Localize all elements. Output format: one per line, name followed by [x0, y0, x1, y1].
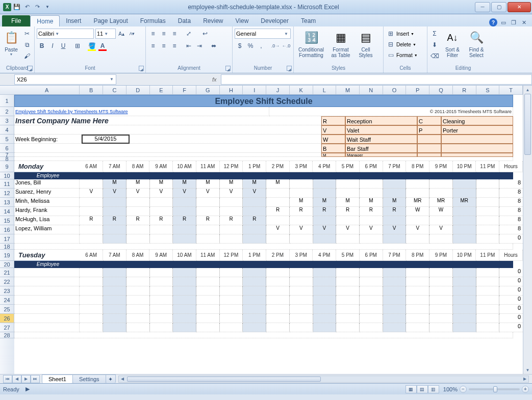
sheet-nav-prev-icon[interactable]: ◀ [12, 375, 21, 383]
redo-icon[interactable]: ↷ [33, 3, 42, 12]
shift-cell[interactable]: M [290, 198, 313, 207]
shift-cell[interactable] [313, 189, 337, 198]
shift-cell[interactable] [360, 234, 383, 244]
close-button[interactable]: ✕ [508, 2, 531, 12]
shift-cell[interactable]: W [406, 207, 429, 216]
shift-cell[interactable] [290, 296, 313, 305]
restore-window-icon[interactable]: ❐ [510, 18, 518, 26]
row-header[interactable]: 20 [0, 261, 14, 268]
shift-cell[interactable] [103, 225, 126, 234]
employee-name[interactable] [14, 296, 80, 305]
row-header[interactable]: 5 [0, 135, 14, 144]
tab-page-layout[interactable]: Page Layout [87, 15, 134, 26]
shift-cell[interactable] [126, 296, 150, 305]
shift-cell[interactable] [243, 314, 266, 323]
shift-cell[interactable] [220, 286, 243, 296]
undo-icon[interactable]: ↶ [22, 3, 32, 12]
row-header[interactable]: 13 [0, 198, 14, 207]
shift-cell[interactable] [406, 305, 429, 314]
shift-cell[interactable] [453, 305, 476, 314]
shift-cell[interactable] [476, 189, 500, 198]
shift-cell[interactable] [173, 323, 196, 332]
font-name-combo[interactable]: Calibri▼ [37, 29, 94, 39]
legend-code[interactable]: V [321, 125, 345, 135]
shift-cell[interactable] [126, 225, 150, 234]
orientation-icon[interactable]: ⤢ [184, 29, 194, 39]
scroll-right-icon[interactable]: ▶ [521, 376, 528, 382]
shift-cell[interactable] [429, 268, 453, 277]
shift-cell[interactable] [290, 179, 313, 189]
name-box[interactable]: X26▼ [14, 74, 116, 85]
help-icon[interactable]: ? [489, 18, 497, 26]
row-header[interactable]: 3 [0, 116, 14, 125]
shift-cell[interactable] [103, 286, 126, 296]
scroll-left-icon[interactable]: ◀ [119, 376, 126, 382]
shift-cell[interactable]: V [220, 189, 243, 198]
shift-cell[interactable] [313, 323, 337, 332]
shift-cell[interactable] [80, 277, 103, 286]
row-header[interactable]: 14 [0, 207, 14, 216]
sheet-nav-last-icon[interactable]: ⏭ [31, 375, 40, 383]
shift-cell[interactable] [243, 207, 266, 216]
shift-cell[interactable] [150, 305, 173, 314]
shift-cell[interactable] [173, 296, 196, 305]
delete-cells-button[interactable]: ⊟Delete▼ [386, 39, 416, 49]
sheet-nav-next-icon[interactable]: ▶ [21, 375, 31, 383]
column-header[interactable]: O [383, 86, 407, 94]
font-size-combo[interactable]: 11▼ [95, 29, 116, 39]
shift-cell[interactable] [220, 314, 243, 323]
shift-cell[interactable] [429, 296, 453, 305]
font-color-icon[interactable]: A [97, 41, 108, 51]
close-workbook-icon[interactable]: ✕ [520, 18, 528, 26]
shift-cell[interactable] [383, 296, 407, 305]
shift-cell[interactable] [173, 314, 196, 323]
align-middle-icon[interactable]: ≡ [159, 29, 169, 39]
shift-cell[interactable] [103, 234, 126, 244]
shift-cell[interactable] [196, 305, 220, 314]
shift-cell[interactable] [383, 216, 407, 225]
shift-cell[interactable] [383, 305, 407, 314]
shift-cell[interactable] [220, 234, 243, 244]
shift-cell[interactable]: M [336, 198, 360, 207]
shift-cell[interactable] [429, 216, 453, 225]
shift-cell[interactable] [80, 225, 103, 234]
dialog-launcher-icon[interactable]: ◢ [287, 66, 292, 71]
row-header[interactable]: 22 [0, 277, 14, 286]
shift-cell[interactable] [220, 225, 243, 234]
legend-desc[interactable]: Valet [345, 125, 417, 135]
week-beginning-date[interactable]: 5/4/2015 [82, 135, 130, 144]
shift-cell[interactable] [476, 225, 500, 234]
shift-cell[interactable] [266, 198, 290, 207]
shift-cell[interactable] [290, 323, 313, 332]
shift-cell[interactable] [476, 286, 500, 296]
shift-cell[interactable] [150, 225, 173, 234]
shift-cell[interactable]: MR [429, 198, 453, 207]
shift-cell[interactable] [150, 314, 173, 323]
shift-cell[interactable] [150, 207, 173, 216]
shift-cell[interactable] [150, 234, 173, 244]
cell-styles-button[interactable]: ▤Cell Styles [355, 29, 376, 59]
shift-cell[interactable] [406, 286, 429, 296]
shift-cell[interactable] [383, 277, 407, 286]
row-header[interactable]: 16 [0, 225, 14, 234]
shift-cell[interactable] [80, 207, 103, 216]
shift-cell[interactable] [313, 286, 337, 296]
shift-cell[interactable] [290, 305, 313, 314]
shift-cell[interactable] [290, 189, 313, 198]
shift-cell[interactable] [126, 314, 150, 323]
shift-cell[interactable] [453, 268, 476, 277]
decrease-decimal-icon[interactable]: ←.0 [281, 41, 291, 51]
shift-cell[interactable]: MR [406, 198, 429, 207]
minimize-ribbon-icon[interactable]: ▭ [499, 18, 508, 26]
row-header[interactable]: 17 [0, 234, 14, 244]
shift-cell[interactable] [150, 198, 173, 207]
shift-cell[interactable] [103, 305, 126, 314]
shift-cell[interactable]: V [103, 189, 126, 198]
shift-cell[interactable] [220, 207, 243, 216]
column-header[interactable]: I [243, 86, 266, 94]
shift-cell[interactable]: M [243, 179, 266, 189]
shift-cell[interactable] [80, 296, 103, 305]
shift-cell[interactable] [406, 314, 429, 323]
shift-cell[interactable] [80, 198, 103, 207]
shift-cell[interactable] [383, 314, 407, 323]
